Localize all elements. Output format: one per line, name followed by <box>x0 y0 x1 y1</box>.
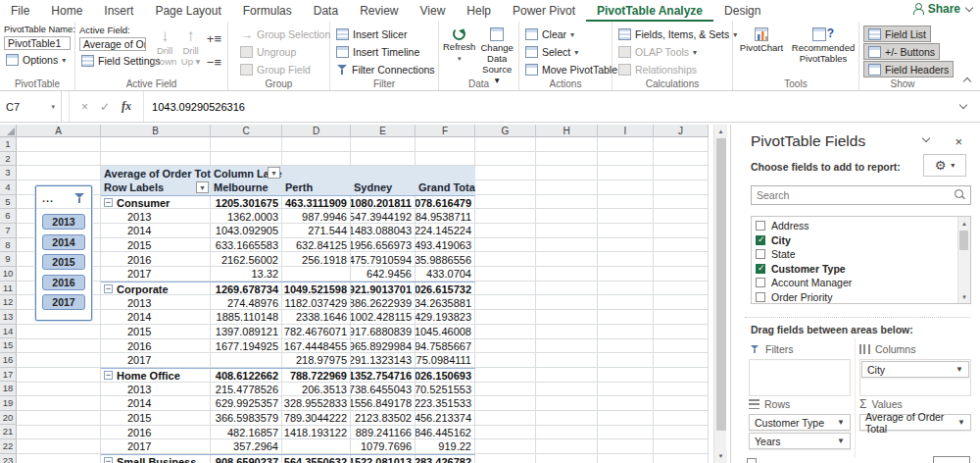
pivot-cell[interactable]: 2162.56002 <box>211 252 282 267</box>
pivot-cell[interactable]: 642.9456 <box>351 267 416 282</box>
row-header[interactable]: 12 <box>0 295 17 310</box>
pivot-cell[interactable]: 1283.426782 <box>416 454 475 463</box>
pivot-row-label[interactable]: −2016 <box>101 338 211 353</box>
field-list-toggle[interactable]: Field List <box>863 26 931 42</box>
slicer-item[interactable]: 2016 <box>42 275 85 290</box>
pivot-city-header[interactable]: Perth <box>282 180 351 195</box>
column-header[interactable]: B <box>101 125 211 137</box>
select-button[interactable]: Select▾ <box>523 44 608 60</box>
pivot-cell[interactable]: 1043.092905 <box>211 224 282 238</box>
pivot-cell[interactable]: 789.3044222 <box>282 411 351 426</box>
pivot-row-label[interactable]: −2016 <box>101 425 211 439</box>
pane-close-icon[interactable]: × <box>955 134 962 149</box>
pivot-cell[interactable]: 463.3111909 <box>282 195 351 210</box>
columns-area[interactable]: Columns City▼ <box>859 342 971 396</box>
scrollbar-thumb[interactable] <box>716 138 726 431</box>
pivot-cell[interactable]: 1049.521598 <box>282 282 351 296</box>
pivot-cell[interactable]: 1362.0003 <box>211 209 282 224</box>
pivot-city-header[interactable]: Melbourne <box>211 180 282 195</box>
active-field-input[interactable]: Average of Order <box>79 37 146 51</box>
field-checkbox[interactable] <box>756 292 765 302</box>
pivot-cell[interactable]: 846.445162 <box>416 425 475 439</box>
name-box-dropdown-icon[interactable]: ▾ <box>51 103 55 111</box>
expand-formula-bar-icon[interactable] <box>959 101 967 109</box>
pivot-row-label[interactable]: −2015 <box>101 411 211 426</box>
row-header[interactable]: 23 <box>0 454 17 463</box>
pivot-row-label[interactable]: −2017 <box>101 267 211 282</box>
tools-gear-button[interactable]: ⚙▾ <box>923 154 966 177</box>
collapse-ribbon-icon[interactable] <box>963 77 971 85</box>
pivot-cell[interactable]: 987.9946 <box>282 209 351 224</box>
ribbon-tab[interactable]: Data <box>303 1 349 22</box>
pivot-cell[interactable]: 632.84125 <box>282 238 351 253</box>
pivot-cell[interactable]: 629.9925357 <box>211 396 282 411</box>
pivot-cell[interactable]: 908.6590237 <box>211 454 282 463</box>
row-header[interactable]: 4 <box>0 180 17 195</box>
pivot-cell[interactable]: 2338.1646 <box>282 310 351 325</box>
pivot-cell[interactable]: 275.0984111 <box>416 353 475 368</box>
pivot-cell[interactable] <box>211 353 282 368</box>
pivot-row-label[interactable]: −Corporate <box>101 282 211 296</box>
ribbon-tab[interactable]: Help <box>456 1 502 22</box>
column-header[interactable]: I <box>598 125 654 137</box>
pivot-cell[interactable]: 482.16857 <box>211 425 282 439</box>
filters-area[interactable]: Filters <box>749 342 851 396</box>
pivot-cell[interactable]: 917.6880839 <box>351 325 416 339</box>
pivot-cell[interactable]: 470.5251553 <box>416 382 475 396</box>
row-header[interactable]: 2 <box>0 152 17 167</box>
field-row[interactable]: Account Manager <box>756 276 955 290</box>
pivot-cell[interactable]: 788.722969 <box>282 368 351 383</box>
vertical-scrollbar[interactable]: ▲ ▼ <box>713 125 726 463</box>
pivottable-name-input[interactable]: PivotTable1 <box>4 36 71 50</box>
pivot-row-label[interactable]: −Consumer <box>101 195 211 210</box>
pivot-row-label[interactable]: −2013 <box>101 209 211 224</box>
field-checkbox[interactable] <box>756 235 765 245</box>
pivot-row-label[interactable]: −2014 <box>101 396 211 411</box>
pivot-cell[interactable]: 1556.849178 <box>351 396 416 411</box>
pivot-cell[interactable]: 291.1323143 <box>351 353 416 368</box>
years-slicer[interactable]: ... 2013 2014 2015 2016 2017 <box>35 185 92 321</box>
filter-connections-button[interactable]: Filter Connections <box>334 62 434 77</box>
insert-timeline-button[interactable]: Insert Timeline <box>334 44 434 60</box>
column-header[interactable]: C <box>211 125 282 137</box>
field-row[interactable]: Order Priority <box>756 290 955 305</box>
ribbon-tab[interactable]: PivotTable Analyze <box>586 1 713 22</box>
row-header[interactable]: 19 <box>0 396 17 411</box>
row-header[interactable]: 1 <box>0 137 17 152</box>
pivot-cell[interactable]: 1223.351533 <box>416 396 475 411</box>
row-header[interactable]: 18 <box>0 382 17 396</box>
ribbon-tab[interactable]: Design <box>713 1 771 22</box>
pivot-cell[interactable]: 835.9886556 <box>416 252 475 267</box>
pivot-row-label[interactable]: −2013 <box>101 382 211 396</box>
pivot-cell[interactable]: 1885.110148 <box>211 310 282 325</box>
row-header[interactable]: 3 <box>0 166 17 180</box>
column-header[interactable]: E <box>351 125 416 137</box>
pivot-cell[interactable]: 1418.193122 <box>282 425 351 439</box>
collapse-group-icon[interactable]: − <box>104 371 113 380</box>
pivot-cell[interactable]: 408.6122662 <box>211 368 282 383</box>
pivot-cell[interactable]: 886.2622939 <box>351 295 416 310</box>
name-box[interactable]: C7 ▾ <box>0 91 62 122</box>
formula-input[interactable]: 1043.09290526316 <box>144 91 947 122</box>
pivot-row-labels-header[interactable]: Row Labels ▼ <box>101 180 211 195</box>
pivot-cell[interactable]: 921.9013701 <box>351 282 416 296</box>
field-settings-button[interactable]: Field Settings <box>79 53 150 69</box>
ribbon-tab[interactable]: Formulas <box>232 1 303 22</box>
pivot-cell[interactable]: 994.7585667 <box>416 338 475 353</box>
insert-function-icon[interactable]: fx <box>122 99 131 114</box>
pivot-cell[interactable]: 919.22 <box>416 439 475 454</box>
pivot-cell[interactable]: 271.544 <box>282 224 351 238</box>
pivot-cell[interactable]: 1456.213374 <box>416 411 475 426</box>
pivot-row-label[interactable]: −2014 <box>101 224 211 238</box>
row-header[interactable]: 14 <box>0 325 17 339</box>
pivot-cell[interactable]: 366.5983579 <box>211 411 282 426</box>
fields-items-sets-button[interactable]: Fields, Items, & Sets▾ <box>616 26 728 42</box>
row-header[interactable]: 6 <box>0 209 17 224</box>
recommended-pivottables-button[interactable]: ? Recommended PivotTables <box>792 25 855 78</box>
pivot-cell[interactable]: 1182.037429 <box>282 295 351 310</box>
pivot-cell[interactable]: 1483.088043 <box>351 224 416 238</box>
area-field-pill[interactable]: Average of Order Total▼ <box>859 414 971 431</box>
column-header[interactable]: A <box>17 125 101 137</box>
pivot-cell[interactable]: 1002.428115 <box>351 310 416 325</box>
slicer-item[interactable]: 2015 <box>42 254 85 270</box>
